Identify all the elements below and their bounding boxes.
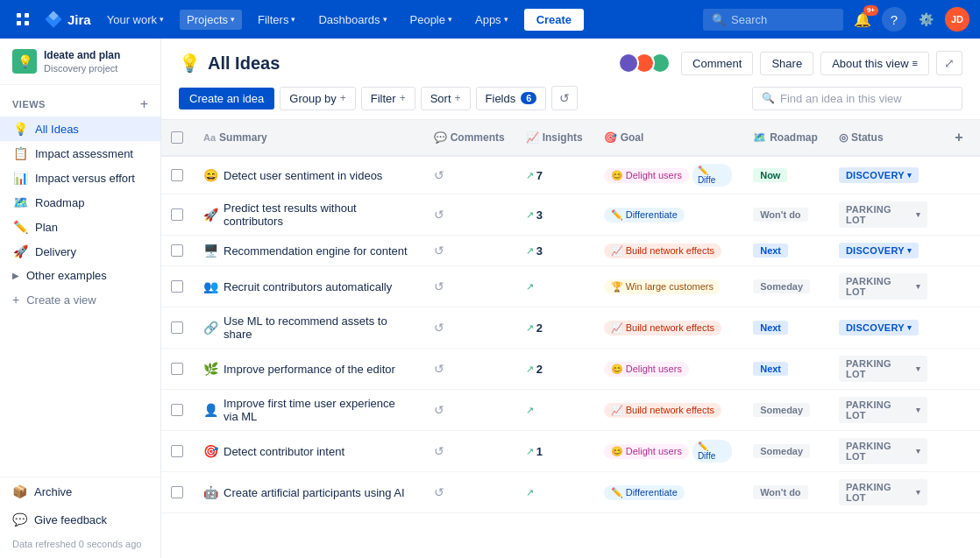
row-checkbox-cell [161, 349, 193, 390]
nav-people[interactable]: People ▾ [403, 10, 459, 30]
project-icon: 💡 [12, 49, 37, 74]
row-emoji: 🤖 [203, 485, 218, 499]
create-idea-button[interactable]: Create an idea [179, 88, 274, 109]
add-column-header[interactable]: + [938, 120, 980, 156]
user-avatar[interactable]: JD [945, 7, 969, 32]
group-by-button[interactable]: Group by + [280, 87, 356, 110]
summary-cell: 👥 Recruit contributors automatically [193, 266, 423, 307]
roadmap-cell: Someday [742, 390, 828, 431]
nav-apps[interactable]: Apps ▾ [468, 10, 515, 30]
row-emoji: 👥 [203, 279, 218, 293]
notifications-button[interactable]: 🔔 9+ [850, 7, 875, 32]
sort-button[interactable]: Sort + [421, 87, 471, 110]
row-checkbox[interactable] [171, 404, 183, 416]
search-ideas-input[interactable]: 🔍 Find an idea in this view [752, 87, 962, 110]
fields-button[interactable]: Fields 6 [476, 87, 547, 110]
sidebar-item-impact-effort[interactable]: 📊 Impact versus effort [0, 166, 160, 190]
summary-cell: 🌿 Improve performance of the editor [193, 349, 423, 390]
views-label: VIEWS [12, 99, 46, 109]
extra-cell [938, 236, 980, 266]
jira-logo[interactable]: Jira [44, 10, 91, 29]
row-summary: Create artificial participants using AI [224, 486, 405, 499]
create-view-label: Create a view [26, 293, 96, 307]
sidebar-item-other-examples[interactable]: ▶ Other examples [0, 264, 160, 287]
sidebar-item-all-ideas[interactable]: 💡 All Ideas [0, 117, 160, 141]
goal-column-header: 🎯 Goal [593, 120, 743, 156]
nav-dashboards[interactable]: Dashboards ▾ [311, 10, 394, 30]
sidebar-item-archive[interactable]: 📦 Archive [0, 477, 160, 505]
goal-cell: 😊 Delight users [593, 349, 743, 390]
select-all-checkbox[interactable] [171, 131, 183, 144]
row-checkbox[interactable] [171, 321, 183, 334]
table-row: 👤 Improve first time user experience via… [161, 390, 980, 431]
row-checkbox-cell [161, 266, 193, 307]
status-cell: PARKING LOT ▾ [828, 194, 938, 236]
row-checkbox[interactable] [171, 486, 183, 498]
grid-icon[interactable] [11, 7, 35, 32]
row-checkbox[interactable] [171, 208, 183, 221]
insights-cell: ↗ 2 [515, 349, 593, 390]
summary-cell: 😄 Detect user sentiment in videos [193, 156, 423, 194]
sync-button[interactable]: ↺ [551, 86, 578, 110]
content-area: 💡 All Ideas Comment Share About this vie… [161, 39, 980, 558]
top-nav: Jira Your work ▾ Projects ▾ Filters ▾ Da… [0, 0, 980, 39]
nav-your-work[interactable]: Your work ▾ [100, 10, 171, 30]
impact-assessment-icon: 📋 [12, 146, 28, 160]
row-checkbox-cell [161, 472, 193, 513]
row-emoji: 👤 [203, 403, 218, 417]
sidebar-item-label: Impact versus effort [35, 172, 135, 185]
top-nav-right: 🔍 Search 🔔 9+ ? ⚙️ JD [703, 7, 969, 32]
search-ideas-icon: 🔍 [762, 92, 775, 104]
sidebar-item-label: Roadmap [35, 196, 84, 209]
search-bar[interactable]: 🔍 Search [703, 9, 843, 31]
comments-cell: ↺ [423, 156, 515, 194]
row-checkbox[interactable] [171, 363, 183, 375]
comments-cell: ↺ [423, 472, 515, 513]
status-cell: PARKING LOT ▾ [828, 390, 938, 431]
sidebar-item-delivery[interactable]: 🚀 Delivery [0, 239, 160, 264]
expand-view-button[interactable]: ⤢ [936, 51, 962, 75]
settings-button[interactable]: ⚙️ [913, 7, 938, 32]
nav-projects[interactable]: Projects ▾ [180, 10, 242, 30]
table-row: 👥 Recruit contributors automatically ↺ ↗… [161, 266, 980, 307]
row-checkbox[interactable] [171, 169, 183, 181]
about-view-icon: ≡ [913, 58, 918, 68]
comments-cell: ↺ [423, 431, 515, 472]
project-type: Discovery project [44, 63, 120, 74]
status-cell: DISCOVERY ▾ [828, 236, 938, 266]
svg-rect-3 [25, 21, 29, 25]
row-checkbox-cell [161, 307, 193, 349]
fields-count-badge: 6 [521, 92, 536, 104]
insights-cell: ↗ [515, 472, 593, 513]
extra-cell [938, 431, 980, 472]
sidebar-item-plan[interactable]: ✏️ Plan [0, 215, 160, 239]
row-checkbox-cell [161, 236, 193, 266]
create-button[interactable]: Create [524, 9, 584, 31]
row-summary: Recommendation engine for content [224, 244, 408, 258]
notification-badge: 9+ [863, 5, 878, 16]
project-name: Ideate and plan [44, 49, 120, 63]
page-title-text: All Ideas [208, 53, 280, 74]
sidebar-item-label: Other examples [26, 269, 107, 282]
feedback-label: Give feedback [34, 513, 107, 526]
sidebar-item-feedback[interactable]: 💬 Give feedback [0, 505, 160, 533]
extra-cell [938, 472, 980, 513]
comments-cell: ↺ [423, 236, 515, 266]
create-view-item[interactable]: + Create a view [0, 287, 160, 312]
comments-icon: ↺ [434, 485, 444, 499]
sidebar-item-roadmap[interactable]: 🗺️ Roadmap [0, 190, 160, 215]
table-row: 🎯 Detect contributor intent ↺ ↗ 1 😊 Deli… [161, 431, 980, 472]
sidebar-item-impact-assessment[interactable]: 📋 Impact assessment [0, 141, 160, 166]
comment-button[interactable]: Comment [681, 52, 753, 75]
add-view-icon[interactable]: + [140, 97, 148, 111]
nav-filters[interactable]: Filters ▾ [251, 10, 302, 30]
row-checkbox[interactable] [171, 445, 183, 457]
all-ideas-icon: 💡 [12, 122, 28, 136]
about-view-button[interactable]: About this view ≡ [820, 52, 929, 75]
share-button[interactable]: Share [760, 52, 813, 75]
row-checkbox[interactable] [171, 280, 183, 293]
help-button[interactable]: ? [882, 7, 906, 32]
row-checkbox[interactable] [171, 244, 183, 257]
filter-button[interactable]: Filter + [361, 87, 415, 110]
status-cell: PARKING LOT ▾ [828, 349, 938, 390]
